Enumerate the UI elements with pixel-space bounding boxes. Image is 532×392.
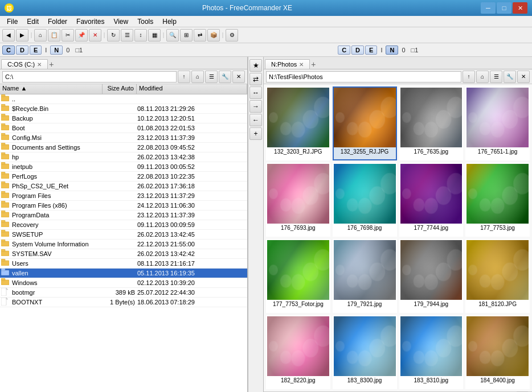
file-row[interactable]: bootmgr389 kB25.07.2012 22:44:30	[0, 288, 247, 298]
col-header-name[interactable]: Name ▲	[0, 84, 103, 94]
thumbnail-item[interactable]: 184_8400.jpg	[465, 315, 530, 389]
menu-favorites[interactable]: Favorites	[72, 16, 109, 27]
side-btn-6[interactable]: +	[249, 127, 262, 140]
drive-n-right[interactable]: N	[386, 46, 398, 55]
sort-button[interactable]: ↕	[134, 29, 147, 42]
file-row[interactable]: Program Files (x86)24.12.2013 11:06:30	[0, 201, 247, 211]
side-btn-4[interactable]: →	[249, 100, 262, 113]
thumbnail-item[interactable]: 176_7651-1.jpg	[465, 86, 530, 160]
file-row[interactable]: hp26.02.2013 13:42:38	[0, 152, 247, 162]
left-tab-add[interactable]: +	[49, 60, 58, 69]
forward-button[interactable]: ▶	[16, 29, 28, 42]
col-header-size[interactable]: Size Auto	[103, 84, 137, 94]
right-nav-up[interactable]: ↑	[463, 71, 475, 83]
menu-view[interactable]: View	[109, 16, 133, 27]
drive-d-left[interactable]: D	[16, 46, 28, 55]
file-row[interactable]: PhSp_CS2_UE_Ret26.02.2013 17:36:18	[0, 181, 247, 191]
right-nav-home[interactable]: ⌂	[476, 71, 489, 83]
compare-button[interactable]: ⊞	[180, 29, 193, 42]
sync-button[interactable]: ⇄	[194, 29, 206, 42]
file-row[interactable]: PerfLogs22.08.2013 10:22:35	[0, 172, 247, 181]
file-row[interactable]: Users08.11.2013 21:16:17	[0, 259, 247, 269]
left-nav-home[interactable]: ⌂	[191, 71, 204, 83]
left-path-bar[interactable]: C:\	[2, 71, 177, 82]
drive-n-left[interactable]: N	[50, 46, 63, 55]
left-tab-close[interactable]: ✕	[37, 61, 42, 68]
right-view-toggle[interactable]: ☰	[490, 71, 502, 83]
refresh-button[interactable]: ↻	[107, 29, 120, 42]
drive-d-right[interactable]: D	[351, 46, 364, 55]
thumbnail-item[interactable]: 182_8220.jpg	[266, 315, 330, 389]
left-panel-tab[interactable]: C:OS (C:) ✕	[1, 59, 48, 69]
extract-button[interactable]: 📦	[207, 29, 220, 42]
menu-edit[interactable]: Edit	[22, 16, 43, 27]
right-panel-tab[interactable]: N:Photos ✕	[265, 59, 310, 69]
file-row[interactable]: vallen05.11.2013 16:19:35	[0, 269, 247, 278]
left-file-list[interactable]: Name ▲ Size Auto Modified ..$Recycle.Bin…	[0, 84, 247, 392]
drive-c-right[interactable]: C	[338, 46, 350, 55]
thumbnail-item[interactable]: 177_7753_Fotor.jpg	[266, 239, 330, 313]
file-row[interactable]: inetpub09.11.2013 00:05:52	[0, 162, 247, 172]
menu-folder[interactable]: Folder	[43, 16, 72, 27]
side-btn-3[interactable]: ↔	[249, 86, 262, 99]
right-path-bar[interactable]: N:\TestFiles\Photos	[266, 71, 461, 82]
paste-button[interactable]: 📌	[75, 29, 88, 42]
view-button[interactable]: ☰	[121, 29, 133, 42]
right-tab-add[interactable]: +	[311, 60, 320, 69]
thumbnail-item[interactable]: 176_7693.jpg	[266, 163, 330, 237]
menu-help[interactable]: Help	[158, 16, 181, 27]
left-nav-up[interactable]: ↑	[178, 71, 190, 83]
thumbnail-grid[interactable]: 132_3203_RJ.JPG132_3255_RJ.JPG176_7635.j…	[264, 84, 532, 391]
thumbnail-item[interactable]: 183_8310.jpg	[399, 315, 464, 389]
file-row[interactable]: Recovery09.11.2013 00:09:59	[0, 220, 247, 230]
maximize-button[interactable]: □	[497, 2, 511, 14]
thumbnail-item[interactable]: 179_7944.jpg	[399, 239, 464, 313]
side-btn-5[interactable]: ←	[249, 114, 262, 126]
right-close[interactable]: ✕	[517, 71, 530, 83]
side-btn-2[interactable]: ⇄	[249, 73, 262, 85]
left-view-toggle[interactable]: ☰	[205, 71, 218, 83]
file-row[interactable]: System Volume Information22.12.2013 21:5…	[0, 240, 247, 249]
right-sort[interactable]: 🔧	[504, 71, 516, 83]
file-row[interactable]: Documents and Settings22.08.2013 09:45:5…	[0, 143, 247, 152]
back-button[interactable]: ◀	[2, 29, 15, 42]
filter-button[interactable]: ▦	[148, 29, 161, 42]
thumbnail-item[interactable]: 181_8120.JPG	[465, 239, 530, 313]
thumbnail-item[interactable]: 132_3255_RJ.JPG	[333, 86, 397, 160]
right-tab-close[interactable]: ✕	[299, 61, 304, 68]
drive-c-left[interactable]: C	[2, 46, 15, 55]
col-header-modified[interactable]: Modified	[137, 84, 247, 94]
drive-e-left[interactable]: E	[30, 46, 42, 55]
drive-e-right[interactable]: E	[365, 46, 377, 55]
file-row[interactable]: SWSETUP26.02.2013 13:42:45	[0, 230, 247, 240]
close-button[interactable]: ✕	[513, 2, 527, 14]
thumbnail-item[interactable]: 132_3203_RJ.JPG	[266, 86, 330, 160]
minimize-button[interactable]: ─	[481, 2, 496, 14]
menu-file[interactable]: File	[2, 16, 22, 27]
thumbnail-item[interactable]: 177_7753.jpg	[465, 163, 530, 237]
file-row[interactable]: ..	[0, 94, 247, 104]
delete-button[interactable]: ✕	[89, 29, 101, 42]
cut-button[interactable]: ✂	[62, 29, 74, 42]
menu-tools[interactable]: Tools	[133, 16, 158, 27]
left-close[interactable]: ✕	[232, 71, 245, 83]
copy-button[interactable]: 📋	[48, 29, 60, 42]
file-row[interactable]: ProgramData23.12.2013 11:37:39	[0, 211, 247, 220]
side-btn-1[interactable]: ★	[249, 59, 262, 72]
thumbnail-item[interactable]: 176_7698.jpg	[333, 163, 397, 237]
thumbnail-item[interactable]: 176_7635.jpg	[399, 86, 464, 160]
search-button[interactable]: 🔍	[166, 29, 179, 42]
file-row[interactable]: Config.Msi23.12.2013 11:37:39	[0, 133, 247, 143]
thumbnail-item[interactable]: 183_8300.jpg	[333, 315, 397, 389]
file-row[interactable]: Program Files23.12.2013 11:37:29	[0, 191, 247, 201]
file-row[interactable]: Backup10.12.2013 12:20:51	[0, 114, 247, 123]
thumbnail-item[interactable]: 177_7744.jpg	[399, 163, 464, 237]
home-button[interactable]: ⌂	[34, 29, 47, 42]
file-row[interactable]: Windows02.12.2013 10:39:20	[0, 278, 247, 288]
left-sort[interactable]: 🔧	[219, 71, 231, 83]
file-row[interactable]: BOOTNXT1 Byte(s)18.06.2013 07:18:29	[0, 298, 247, 307]
file-row[interactable]: Boot01.08.2013 22:01:53	[0, 123, 247, 133]
thumbnail-item[interactable]: 179_7921.jpg	[333, 239, 397, 313]
file-row[interactable]: $Recycle.Bin08.11.2013 21:29:26	[0, 104, 247, 114]
settings-button[interactable]: ⚙	[226, 29, 238, 42]
